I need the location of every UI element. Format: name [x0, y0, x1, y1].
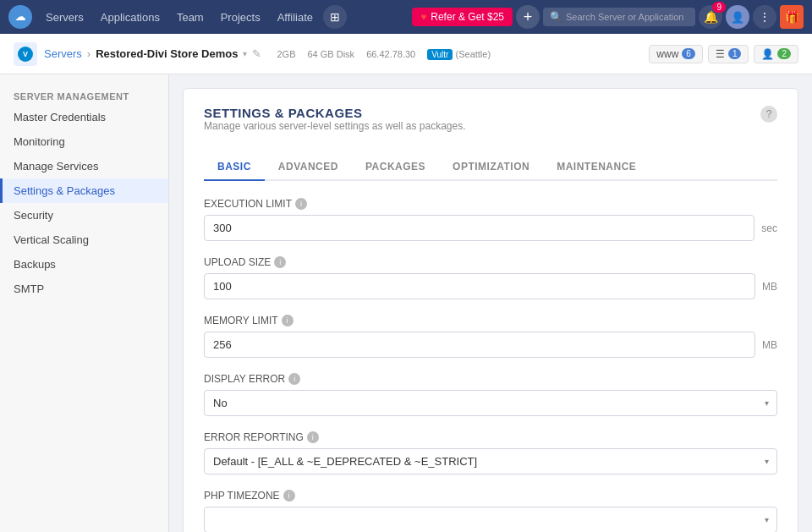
sidebar-item-master-credentials[interactable]: Master Credentials: [0, 105, 168, 129]
sidebar-section-label: Server Management: [0, 85, 168, 105]
execution-limit-label: EXECUTION LIMIT i: [204, 198, 777, 210]
www-badge[interactable]: www 6: [649, 45, 703, 63]
server-storage: 64 GB Disk: [307, 49, 354, 59]
server-name: Restored-Divi Store Demos: [96, 47, 238, 60]
refer-button[interactable]: ♥ Refer & Get $25: [412, 8, 513, 26]
php-timezone-group: PHP TIMEZONE i ▾: [204, 490, 777, 532]
execution-limit-group: EXECUTION LIMIT i sec: [204, 198, 777, 241]
svg-text:V: V: [23, 50, 28, 58]
tab-maintenance[interactable]: MAINTENANCE: [543, 154, 650, 181]
more-options-button[interactable]: ⋮: [753, 5, 776, 29]
card-desc: Manage various server-level settings as …: [204, 120, 465, 132]
notification-button[interactable]: 🔔 9: [699, 5, 722, 29]
display-error-group: DISPLAY ERROR i No Yes ▾: [204, 373, 777, 416]
sidebar-item-manage-services[interactable]: Manage Services: [0, 154, 168, 178]
error-reporting-select[interactable]: Default - [E_ALL & ~E_DEPRECATED & ~E_ST…: [204, 448, 777, 474]
nav-affiliate[interactable]: Affiliate: [271, 11, 320, 24]
execution-limit-input[interactable]: [204, 215, 754, 241]
resource-badges: www 6 ☰ 1 👤 2: [649, 45, 798, 63]
sidebar-item-smtp[interactable]: SMTP: [0, 277, 168, 301]
tab-basic[interactable]: BASIC: [204, 154, 265, 181]
settings-card: SETTINGS & PACKAGES Manage various serve…: [183, 88, 798, 532]
add-button[interactable]: +: [516, 5, 540, 29]
main-layout: Server Management Master Credentials Mon…: [0, 74, 812, 532]
display-error-label: DISPLAY ERROR i: [204, 373, 777, 385]
execution-limit-info-icon[interactable]: i: [295, 198, 307, 210]
server-logo: V: [14, 42, 37, 66]
server-bar: V Servers › Restored-Divi Store Demos ▾ …: [0, 34, 812, 74]
gift-button[interactable]: 🎁: [780, 5, 804, 29]
execution-limit-unit: sec: [761, 222, 777, 234]
memory-limit-input-wrap: MB: [204, 332, 777, 358]
error-reporting-info-icon[interactable]: i: [307, 431, 319, 443]
server-edit-icon[interactable]: ✎: [252, 47, 261, 60]
sidebar-item-security[interactable]: Security: [0, 203, 168, 228]
upload-size-info-icon[interactable]: i: [274, 256, 286, 268]
sidebar-item-vertical-scaling[interactable]: Vertical Scaling: [0, 228, 168, 252]
card-header: SETTINGS & PACKAGES Manage various serve…: [204, 106, 777, 145]
logo-icon[interactable]: ☁: [8, 5, 32, 29]
sidebar: Server Management Master Credentials Mon…: [0, 74, 169, 532]
memory-limit-input[interactable]: [204, 332, 755, 358]
files-icon: ☰: [716, 48, 725, 60]
users-icon: 👤: [761, 48, 774, 60]
card-title: SETTINGS & PACKAGES: [204, 106, 465, 120]
nav-servers[interactable]: Servers: [39, 11, 91, 24]
search-icon: 🔍: [550, 11, 562, 23]
users-badge[interactable]: 👤 2: [754, 45, 798, 63]
sidebar-item-monitoring[interactable]: Monitoring: [0, 129, 168, 154]
memory-limit-group: MEMORY LIMIT i MB: [204, 315, 777, 358]
upload-size-unit: MB: [762, 281, 777, 293]
upload-size-input[interactable]: [204, 273, 755, 299]
notification-count: 9: [712, 2, 726, 13]
memory-limit-info-icon[interactable]: i: [282, 315, 294, 326]
nav-team[interactable]: Team: [170, 11, 211, 24]
search-placeholder: Search Server or Application: [566, 12, 683, 22]
error-reporting-label: ERROR REPORTING i: [204, 431, 777, 443]
server-location: Vultr (Seattle): [427, 49, 491, 59]
nav-projects[interactable]: Projects: [214, 11, 267, 24]
error-reporting-select-wrap: Default - [E_ALL & ~E_DEPRECATED & ~E_ST…: [204, 448, 777, 474]
server-dropdown-icon[interactable]: ▾: [243, 49, 247, 58]
php-timezone-select[interactable]: [204, 507, 777, 532]
www-label: www: [656, 48, 678, 60]
tab-advanced[interactable]: ADVANCED: [265, 154, 352, 181]
execution-limit-input-wrap: sec: [204, 215, 777, 241]
upload-size-input-wrap: MB: [204, 273, 777, 299]
server-ram: 2GB: [277, 49, 295, 59]
files-badge[interactable]: ☰ 1: [708, 45, 749, 63]
main-content: SETTINGS & PACKAGES Manage various serve…: [169, 74, 812, 532]
nav-applications[interactable]: Applications: [94, 11, 167, 24]
sidebar-item-backups[interactable]: Backups: [0, 252, 168, 277]
php-timezone-info-icon[interactable]: i: [283, 490, 295, 502]
server-ip: 66.42.78.30: [366, 49, 415, 59]
search-bar[interactable]: 🔍 Search Server or Application: [543, 8, 695, 26]
tab-packages[interactable]: PACKAGES: [352, 154, 439, 181]
display-error-select[interactable]: No Yes: [204, 390, 777, 416]
breadcrumb-separator: ›: [87, 47, 91, 60]
www-count: 6: [682, 48, 695, 59]
display-error-info-icon[interactable]: i: [288, 373, 300, 385]
avatar-button[interactable]: 👤: [726, 5, 749, 29]
top-navigation: ☁ Servers Applications Team Projects Aff…: [0, 0, 812, 34]
memory-limit-label: MEMORY LIMIT i: [204, 315, 777, 326]
users-count: 2: [777, 48, 791, 59]
tab-optimization[interactable]: OPTIMIZATION: [439, 154, 543, 181]
grid-icon[interactable]: ⊞: [323, 5, 347, 29]
php-timezone-label: PHP TIMEZONE i: [204, 490, 777, 502]
server-meta: 2GB 64 GB Disk 66.42.78.30 Vultr (Seattl…: [277, 49, 491, 59]
breadcrumb: Servers › Restored-Divi Store Demos ▾ ✎: [44, 47, 261, 60]
breadcrumb-servers[interactable]: Servers: [44, 47, 82, 60]
display-error-select-wrap: No Yes ▾: [204, 390, 777, 416]
upload-size-group: UPLOAD SIZE i MB: [204, 256, 777, 299]
php-timezone-select-wrap: ▾: [204, 507, 777, 532]
error-reporting-group: ERROR REPORTING i Default - [E_ALL & ~E_…: [204, 431, 777, 474]
upload-size-label: UPLOAD SIZE i: [204, 256, 777, 268]
help-icon[interactable]: ?: [760, 106, 777, 123]
files-count: 1: [728, 48, 742, 59]
memory-limit-unit: MB: [762, 339, 777, 351]
settings-tabs: BASIC ADVANCED PACKAGES OPTIMIZATION MAI…: [204, 154, 777, 181]
sidebar-item-settings-packages[interactable]: Settings & Packages: [0, 178, 168, 203]
